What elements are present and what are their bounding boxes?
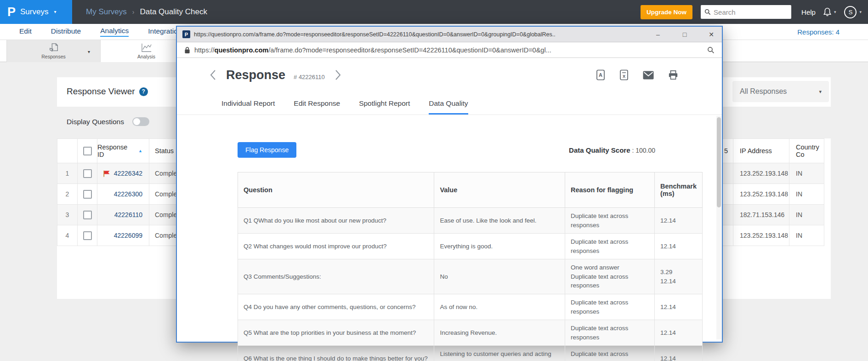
top-navbar: P Surveys ▾ My Surveys › Data Quality Ch… — [0, 0, 868, 24]
response-id-cell: 42226110 — [97, 205, 149, 225]
scrollbar[interactable] — [716, 116, 721, 339]
data-quality-panel: Flag Response Data Quality Score : 100.0… — [177, 115, 722, 341]
response-id-link[interactable]: 42226099 — [114, 232, 142, 239]
print-icon[interactable] — [668, 70, 678, 80]
benchmark-header: Benchmark (ms) — [655, 172, 703, 208]
notifications-menu[interactable]: ▾ — [823, 7, 836, 17]
value-cell: Increasing Revenue. — [434, 320, 565, 346]
window-titlebar[interactable]: P https://questionpro.com/a/frame.do?mod… — [177, 27, 722, 42]
value-cell: No — [434, 259, 565, 294]
question-cell: Q3 Comments/Suggestions: — [238, 259, 434, 294]
reason-cell: Duplicate text across responses — [565, 208, 654, 234]
help-question-icon[interactable]: ? — [139, 87, 148, 96]
response-header: Response # 42226110 A x — [177, 58, 722, 92]
window-title: https://questionpro.com/a/frame.do?mode=… — [194, 31, 636, 38]
scrollbar-thumb[interactable] — [717, 117, 721, 207]
row-select-cell — [78, 163, 97, 183]
select-all-checkbox[interactable] — [83, 147, 92, 155]
benchmark-line: 3.29 — [660, 268, 697, 277]
chevron-down-icon: ▾ — [819, 89, 822, 95]
country-code-header[interactable]: Country Co — [789, 139, 824, 163]
global-search[interactable] — [701, 5, 791, 19]
address-bar[interactable]: https://questionpro.com/a/frame.do?mode=… — [177, 42, 722, 58]
response-id-header[interactable]: Response ID▲ — [97, 139, 149, 163]
value-header: Value — [434, 172, 565, 208]
subnav-item-distribute[interactable]: Distribute — [51, 27, 81, 36]
search-icon — [704, 9, 711, 15]
tab-individual-report[interactable]: Individual Report — [221, 99, 275, 115]
benchmark-cell: 3.29 12.14 — [655, 259, 703, 294]
row-select-cell — [78, 205, 97, 225]
question-cell: Q5 What are the top priorities in your b… — [238, 320, 434, 346]
all-responses-dropdown[interactable]: All Responses ▾ — [732, 81, 829, 102]
row-number: 2 — [57, 184, 78, 204]
value-cell: Everything is good. — [434, 234, 565, 259]
row-checkbox[interactable] — [83, 169, 92, 178]
ip-cell: 182.71.153.146 — [733, 205, 789, 225]
subnav-item-analytics[interactable]: Analytics — [100, 27, 129, 37]
account-menu[interactable]: S ▾ — [844, 6, 862, 18]
display-questions-toggle[interactable] — [132, 117, 149, 126]
questionpro-favicon-icon: P — [182, 30, 190, 38]
tab-edit-response[interactable]: Edit Response — [294, 99, 340, 115]
response-id-link[interactable]: 42226300 — [114, 190, 142, 198]
chevron-down-icon: ▾ — [859, 10, 862, 14]
subnav-item-edit[interactable]: Edit — [19, 27, 32, 36]
excel-export-icon[interactable]: x — [619, 69, 629, 80]
breadcrumb-current: Data Quality Check — [140, 7, 207, 17]
data-quality-score: Data Quality Score : 100.00 — [569, 146, 655, 154]
ip-address-header[interactable]: IP Address — [733, 139, 789, 163]
minimize-button[interactable]: – — [653, 31, 663, 38]
toolbar-tab-label: Responses — [41, 54, 66, 59]
score-value: : 100.00 — [630, 147, 656, 154]
maximize-button[interactable]: □ — [680, 31, 690, 38]
table-row: Q3 Comments/Suggestions: No One word ans… — [238, 259, 703, 294]
bell-icon — [823, 7, 832, 17]
response-id-cell: 42226342 — [97, 163, 149, 183]
questionpro-logo-icon: P — [7, 6, 16, 18]
responses-table-right: 5 IP Address Country Co 123.252.193.148 … — [708, 138, 824, 246]
sort-ascending-icon: ▲ — [138, 149, 142, 153]
upgrade-now-button[interactable]: Upgrade Now — [641, 5, 692, 19]
pdf-export-icon[interactable]: A — [596, 69, 605, 80]
question-header: Question — [238, 172, 434, 208]
zoom-icon[interactable] — [707, 46, 715, 54]
row-checkbox[interactable] — [83, 190, 92, 199]
email-icon[interactable] — [643, 71, 654, 80]
tab-spotlight-report[interactable]: Spotlight Report — [359, 99, 410, 115]
response-id-label: # 42226110 — [294, 74, 325, 80]
row-checkbox[interactable] — [83, 211, 92, 219]
response-id-link[interactable]: 42226110 — [114, 211, 142, 218]
table-row: Q6 What is the one thing I should do to … — [238, 346, 703, 361]
svg-text:x: x — [623, 73, 626, 79]
table-row: 123.252.193.148 IN — [708, 163, 824, 184]
flag-response-button[interactable]: Flag Response — [238, 142, 296, 158]
help-link[interactable]: Help — [801, 8, 816, 16]
display-questions-row: Display Questions — [67, 117, 149, 126]
chevron-down-icon[interactable]: ▾ — [88, 49, 90, 54]
table-row: 123.252.193.148 IN — [708, 184, 824, 205]
analysis-chart-icon — [141, 43, 153, 53]
close-button[interactable]: ✕ — [706, 31, 716, 38]
response-id-link[interactable]: 42226342 — [114, 170, 142, 177]
breadcrumb-separator-icon: › — [132, 8, 135, 16]
toolbar-tab-label: Analysis — [137, 54, 155, 59]
data-quality-table: Question Value Reason for flagging Bench… — [238, 172, 703, 361]
tab-data-quality[interactable]: Data Quality — [429, 99, 468, 115]
search-input[interactable] — [714, 8, 783, 16]
svg-text:A: A — [599, 72, 602, 78]
breadcrumb-my-surveys[interactable]: My Surveys — [86, 7, 127, 17]
row-checkbox[interactable] — [83, 231, 92, 240]
app-logo-box[interactable]: P Surveys ▾ — [0, 0, 72, 24]
select-all-cell — [78, 139, 97, 163]
toolbar-tab-responses[interactable]: Responses ▾ — [6, 40, 101, 62]
previous-response-icon[interactable] — [210, 69, 216, 80]
product-switcher-label: Surveys — [20, 7, 48, 17]
row-number-header — [57, 139, 78, 163]
table-row: 182.71.153.146 IN — [708, 205, 824, 225]
next-response-icon[interactable] — [335, 69, 341, 80]
responses-count: Responses: 4 — [797, 28, 840, 36]
flagged-icon — [103, 170, 111, 177]
ip-cell: 123.252.193.148 — [733, 184, 789, 204]
country-cell: IN — [789, 163, 824, 183]
